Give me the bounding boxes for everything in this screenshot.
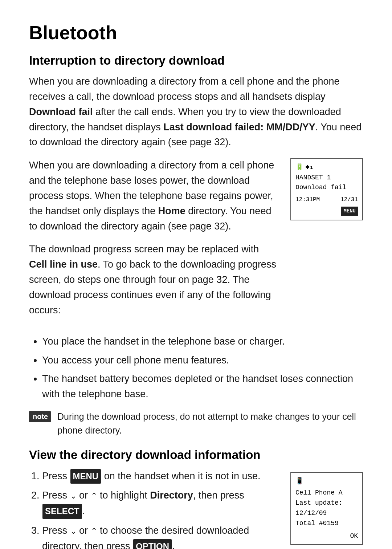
page-title: Bluetooth (29, 22, 363, 44)
screen1-menu-btn: MENU (341, 207, 358, 216)
screen2-line2: Last update: (295, 498, 358, 508)
screen1-download-fail: Download fail (295, 183, 358, 192)
screen1-time: 12:31PM (295, 195, 320, 204)
bullet-item-3: The handset battery becomes depleted or … (42, 371, 363, 402)
step3-up-arrow: ⌃ (91, 526, 97, 536)
section1-para2: When you are downloading a directory fro… (29, 158, 279, 234)
note-box: note During the download process, do not… (29, 410, 363, 437)
step3-down-arrow: ⌄ (70, 526, 77, 536)
step2-bold: Directory (150, 490, 193, 501)
para1-bold2: Last download failed: MM/DD/YY (163, 122, 315, 133)
screen1-bt-icon: ✱₁ (306, 162, 314, 172)
para3-bold: Cell line in use (29, 259, 98, 270)
screen1-bottom: 12:31PM 12/31 (295, 195, 358, 204)
step2-or: or (77, 490, 91, 501)
step-1: Press MENU on the handset when it is not… (42, 468, 279, 484)
step3-text-a: Press (42, 525, 70, 536)
numbered-steps: Press MENU on the handset when it is not… (42, 468, 279, 549)
step3-or: or (77, 525, 91, 536)
para3-text-a: The download progress screen may be repl… (29, 244, 259, 255)
bullet-item-1: You place the handset in the telephone b… (42, 334, 363, 349)
section1-para3: The download progress screen may be repl… (29, 242, 279, 318)
steps-list: Press MENU on the handset when it is not… (29, 468, 279, 549)
screen1-date: 12/31 (340, 195, 358, 204)
section1-para2-text: When you are downloading a directory fro… (29, 158, 279, 326)
section1-heading: Interruption to directory download (29, 54, 363, 68)
bullet-list: You place the handset in the telephone b… (42, 334, 363, 402)
note-label: note (29, 411, 51, 422)
screen2: 📱 Cell Phone A Last update: 12/12/09 Tot… (290, 472, 363, 545)
screen2-handset-icon: 📱 (295, 477, 303, 485)
screen2-ok-btn: OK (350, 532, 358, 540)
para2-bold: Home (158, 206, 185, 216)
screen1-handset-line: HANDSET 1 (295, 173, 358, 183)
section1-para1: When you are downloading a directory fro… (29, 74, 363, 150)
step3-option-kbd: OPTION (133, 539, 172, 549)
section1-para2-with-screen: When you are downloading a directory fro… (29, 158, 363, 326)
screen2-line1: Cell Phone A (295, 488, 358, 498)
section2-steps-with-screen: Press MENU on the handset when it is not… (29, 468, 363, 549)
screen2-line3: 12/12/09 (295, 508, 358, 518)
step3-text-c: . (172, 541, 175, 549)
step-3: Press ⌄ or ⌃ to choose the desired downl… (42, 523, 279, 549)
step2-up-arrow: ⌃ (91, 492, 97, 501)
step2-text-c: , then press (193, 490, 244, 501)
step2-select-kbd: SELECT (42, 504, 82, 518)
step-2: Press ⌄ or ⌃ to highlight Directory, the… (42, 488, 279, 519)
section2-heading: View the directory download information (29, 448, 363, 462)
step1-text-a: Press (42, 471, 70, 481)
step1-text-b: on the handset when it is not in use. (101, 471, 260, 481)
note-text: During the download process, do not atte… (57, 410, 363, 437)
step1-menu-kbd: MENU (70, 469, 101, 484)
step2-text-a: Press (42, 490, 70, 501)
step2-text-b: to highlight (97, 490, 150, 501)
screen1: 🔋 ✱₁ HANDSET 1 Download fail 12:31PM 12/… (290, 158, 363, 220)
step2-down-arrow: ⌄ (70, 492, 77, 501)
screen1-phone-icon: 🔋 (295, 162, 303, 172)
para1-bold1: Download fail (29, 106, 93, 117)
para1-text-a: When you are downloading a directory fro… (29, 76, 340, 102)
bullet-item-2: You access your cell phone menu features… (42, 353, 363, 368)
screen2-line4: Total #0159 (295, 518, 358, 529)
step2-text-d: . (82, 505, 85, 516)
